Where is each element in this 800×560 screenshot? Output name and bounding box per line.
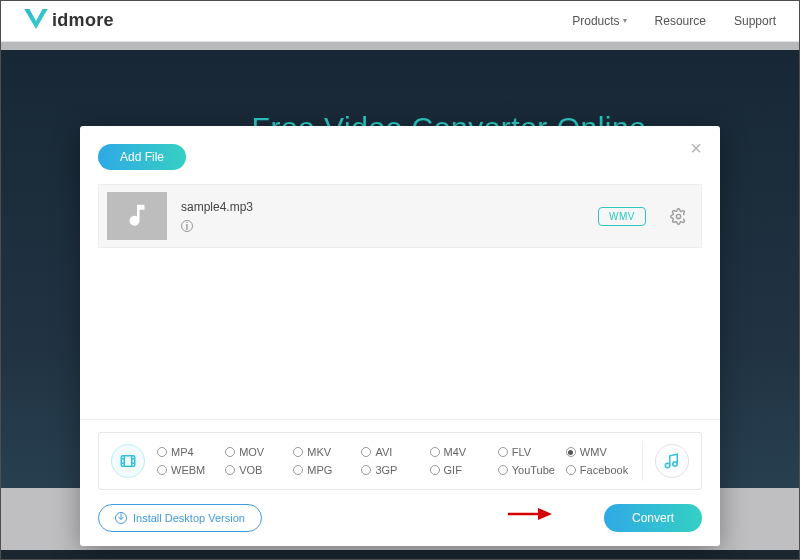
chevron-down-icon: ▾ (623, 16, 627, 25)
nav-products[interactable]: Products▾ (572, 14, 626, 28)
radio-icon (293, 447, 303, 457)
audio-type-icon[interactable] (655, 444, 689, 478)
format-option-mpg[interactable]: MPG (293, 464, 357, 476)
logo-mark-icon (24, 9, 48, 33)
format-option-mov[interactable]: MOV (225, 446, 289, 458)
format-option-avi[interactable]: AVI (361, 446, 425, 458)
radio-icon (225, 447, 235, 457)
format-panel: MP4MOVMKVAVIM4VFLVWMVWEBMVOBMPG3GPGIFYou… (80, 419, 720, 546)
radio-icon (361, 447, 371, 457)
format-option-3gp[interactable]: 3GP (361, 464, 425, 476)
divider (0, 42, 800, 50)
radio-icon (293, 465, 303, 475)
svg-point-2 (665, 463, 670, 468)
gear-icon[interactable] (670, 208, 687, 225)
audio-thumbnail-icon (107, 192, 167, 240)
info-icon[interactable]: i (181, 220, 193, 232)
format-option-flv[interactable]: FLV (498, 446, 562, 458)
format-option-vob[interactable]: VOB (225, 464, 289, 476)
format-option-mp4[interactable]: MP4 (157, 446, 221, 458)
radio-icon (157, 465, 167, 475)
format-option-wmv[interactable]: WMV (566, 446, 630, 458)
format-badge[interactable]: WMV (598, 207, 646, 226)
format-option-facebook[interactable]: Facebook (566, 464, 630, 476)
file-row: sample4.mp3 i WMV (98, 184, 702, 248)
video-type-icon[interactable] (111, 444, 145, 478)
radio-icon (566, 447, 576, 457)
add-file-button[interactable]: Add File (98, 144, 186, 170)
radio-icon (157, 447, 167, 457)
radio-icon (430, 447, 440, 457)
formats-grid: MP4MOVMKVAVIM4VFLVWMVWEBMVOBMPG3GPGIFYou… (157, 446, 630, 476)
svg-point-3 (673, 462, 678, 467)
format-option-m4v[interactable]: M4V (430, 446, 494, 458)
format-option-webm[interactable]: WEBM (157, 464, 221, 476)
radio-icon (225, 465, 235, 475)
radio-icon (566, 465, 576, 475)
radio-icon (361, 465, 371, 475)
convert-button[interactable]: Convert (604, 504, 702, 532)
svg-point-0 (676, 214, 680, 218)
radio-icon (498, 465, 508, 475)
top-nav-bar: idmore Products▾ Resource Support (0, 0, 800, 42)
radio-icon (498, 447, 508, 457)
nav-support[interactable]: Support (734, 14, 776, 28)
format-option-gif[interactable]: GIF (430, 464, 494, 476)
radio-icon (430, 465, 440, 475)
close-icon[interactable]: × (686, 138, 706, 158)
brand-logo[interactable]: idmore (24, 9, 114, 33)
format-option-mkv[interactable]: MKV (293, 446, 357, 458)
file-name: sample4.mp3 (181, 200, 253, 214)
converter-modal: × Add File sample4.mp3 i WMV MP4MOVMKVAV… (80, 126, 720, 546)
download-icon (115, 512, 127, 524)
install-desktop-button[interactable]: Install Desktop Version (98, 504, 262, 532)
format-option-youtube[interactable]: YouTube (498, 464, 562, 476)
brand-name: idmore (52, 10, 114, 31)
svg-rect-1 (121, 456, 135, 467)
nav-resource[interactable]: Resource (655, 14, 706, 28)
